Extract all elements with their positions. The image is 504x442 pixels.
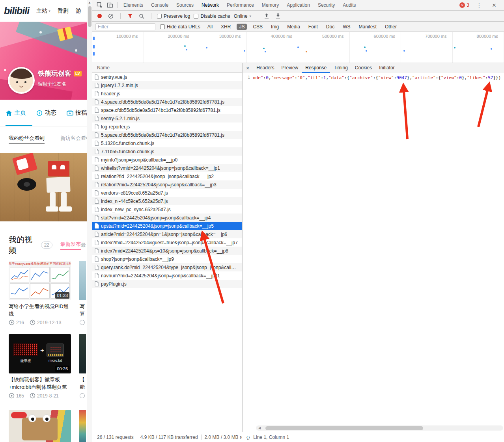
detail-tab-preview[interactable]: Preview [278,63,302,73]
checkbox[interactable] [157,14,162,19]
scrollbar-thumb[interactable] [88,6,91,27]
filter-type-js[interactable]: JS [237,24,247,30]
detail-tab-response[interactable]: Response [302,63,330,73]
network-overview[interactable]: 100000 ms200000 ms300000 ms400000 ms5000… [92,32,504,63]
video-title[interactable]: 写给小学生看的视觉PID巡线 算法演示2｜铁熊玩创客 [9,303,71,318]
filter-type-other[interactable]: Other [383,24,399,30]
video-thumbnail[interactable]: 徽章板 + micro:bit 00:26 [9,334,71,373]
detail-tab-initiator[interactable]: Initiator [375,63,398,73]
devtools-tab-memory[interactable]: Memory [258,0,283,10]
nav-game[interactable]: 游 [76,7,81,15]
scroll-left-arrow[interactable]: ◀ [257,425,262,431]
tab-fans-see[interactable]: 我的粉丝会看到 [9,135,45,144]
filter-type-xhr[interactable]: XHR [218,24,233,30]
bilibili-logo[interactable]: bilibili [4,5,29,17]
request-row[interactable]: upstat?mid=224425204&jsonp=jsonp&callbac… [92,222,242,230]
username[interactable]: 铁熊玩创客 [38,69,71,78]
response-content[interactable]: 1 ode":0,"message":"0","ttl":1,"data":{"… [243,73,504,424]
avatar[interactable] [8,67,35,94]
request-row[interactable]: header.js [92,89,242,98]
request-row[interactable]: index_n~44c59ce5.652a25d7.js [92,197,242,205]
tab-dynamic[interactable]: 动态 [36,109,56,117]
request-row[interactable]: whitelist?vmid=224425204&jsonp=jsonp&cal… [92,164,242,172]
disable-cache-checkbox[interactable]: Disable cache [194,13,230,19]
page-scrollbar[interactable]: ▲ [87,0,92,442]
nav-main-site[interactable]: 主站▾ [36,7,50,15]
import-har-icon[interactable] [263,12,271,20]
devtools-tab-sources[interactable]: Sources [172,0,198,10]
error-badge[interactable]: ✕ 3 [459,2,469,8]
filter-toggle-icon[interactable] [126,12,134,20]
filter-type-doc[interactable]: Doc [324,24,337,30]
filter-input[interactable] [95,23,155,30]
request-row[interactable]: 4.space.cfdb55db5de8a5d174bc1d7e2f8b8589… [92,98,242,106]
devtools-tab-audits[interactable]: Audits [339,0,360,10]
clear-button[interactable] [107,12,115,20]
detail-tab-timing[interactable]: Timing [330,63,351,73]
column-header-name[interactable]: Name [92,63,242,73]
request-row[interactable]: vendors~c819cce8.652a25d7.js [92,189,242,197]
filter-type-manifest[interactable]: Manifest [357,24,379,30]
request-row[interactable]: sentry-5.2.1.min.js [92,114,242,123]
scroll-up-arrow[interactable]: ▲ [87,0,92,6]
request-row[interactable]: navnum?mid=224425204&jsonp=jsonp&callbac… [92,271,242,280]
sort-more-partial[interactable]: 最 [81,241,86,249]
devtools-tab-performance[interactable]: Performance [223,0,258,10]
horizontal-scrollbar[interactable]: ◀ [256,425,503,431]
request-row[interactable]: stat?vmid=224425204&jsonp=jsonp&callback… [92,214,242,222]
request-row[interactable]: 5.1320c.function.chunk.js [92,139,242,147]
devtools-tab-security[interactable]: Security [314,0,339,10]
devtools-tab-elements[interactable]: Elements [119,0,147,10]
devtools-tab-console[interactable]: Console [147,0,172,10]
request-row[interactable]: 7.11b55.function.chunk.js [92,147,242,156]
request-row[interactable]: space.cfdb55db5de8a5d174bc1d7e2f8b85892f… [92,106,242,114]
detail-tab-cookies[interactable]: Cookies [351,63,375,73]
request-row[interactable]: query.rank.do?mid=224425204&type=jsonp&j… [92,263,242,271]
record-button[interactable] [95,12,103,20]
pinned-photo[interactable] [0,153,87,221]
search-icon[interactable] [138,12,146,20]
sort-newest[interactable]: 最新发布 [60,241,81,250]
edit-signature[interactable]: 编辑个性签名 [38,81,66,87]
filter-type-img[interactable]: Img [269,24,281,30]
detail-tab-headers[interactable]: Headers [253,63,278,73]
request-row[interactable]: 5.space.cfdb55db5de8a5d174bc1d7e2f8b8589… [92,131,242,139]
tab-home[interactable]: 主页 [6,109,26,117]
video-thumbnail[interactable]: 基于HuskyLens视觉传感器的不同巡线算法对比 01:33 [9,261,71,300]
request-row[interactable]: index?mid=224425204&ps=10&jsonp=jsonp&ca… [92,247,242,255]
request-row[interactable]: relation?mid=224425204&jsonp=jsonp&callb… [92,180,242,189]
hide-data-urls-checkbox[interactable]: Hide data URLs [160,24,200,30]
filter-type-font[interactable]: Font [306,24,320,30]
video-title[interactable]: 【铁熊玩创客】徽章板 +micro:bit自制体感翻页笔 [9,376,71,391]
request-row[interactable]: payPlugin.js [92,280,242,288]
request-row[interactable]: log-reporter.js [92,123,242,131]
preserve-log-checkbox[interactable]: Preserve log [157,13,190,19]
devtools-tab-application[interactable]: Application [283,0,314,10]
filter-type-media[interactable]: Media [285,24,302,30]
close-detail-icon[interactable]: × [243,65,253,71]
close-devtools-icon[interactable]: ✕ [489,0,499,10]
tab-visitors-see[interactable]: 新访客会看到 [60,135,87,144]
partial-video-card[interactable] [79,261,86,300]
request-row[interactable]: shop?jsonp=jsonp&callback=__jp9 [92,255,242,263]
devtools-tab-network[interactable]: Network [198,0,223,10]
throttling-select[interactable]: Online ▾ [234,13,251,19]
export-har-icon[interactable] [274,12,282,20]
scrollbar-thumb[interactable] [265,426,423,430]
request-row[interactable]: myinfo?jsonp=jsonp&callback=__jp0 [92,156,242,164]
device-toolbar-icon[interactable] [105,0,115,10]
request-row[interactable]: relation?fid=224425204&jsonp=jsonp&callb… [92,172,242,180]
request-row[interactable]: article?mid=224425204&pn=1&jsonp=jsonp&c… [92,230,242,238]
partial-video-card[interactable] [79,334,86,373]
checkbox[interactable] [160,24,165,29]
partial-video-card[interactable] [79,410,86,442]
request-row[interactable]: sentry.vue.js [92,73,242,81]
request-row[interactable]: index?mid=224425204&guest=true&jsonp=jso… [92,238,242,247]
tab-submissions[interactable]: 投稿22 [67,109,87,117]
nav-bangumi[interactable]: 番剧 [58,7,69,15]
format-icon[interactable]: {} [246,435,250,440]
filter-type-ws[interactable]: WS [340,24,353,30]
request-row[interactable]: index_new_pc_sync.652a25d7.js [92,205,242,214]
checkbox[interactable] [194,14,198,19]
filter-type-all[interactable]: All [205,24,215,30]
